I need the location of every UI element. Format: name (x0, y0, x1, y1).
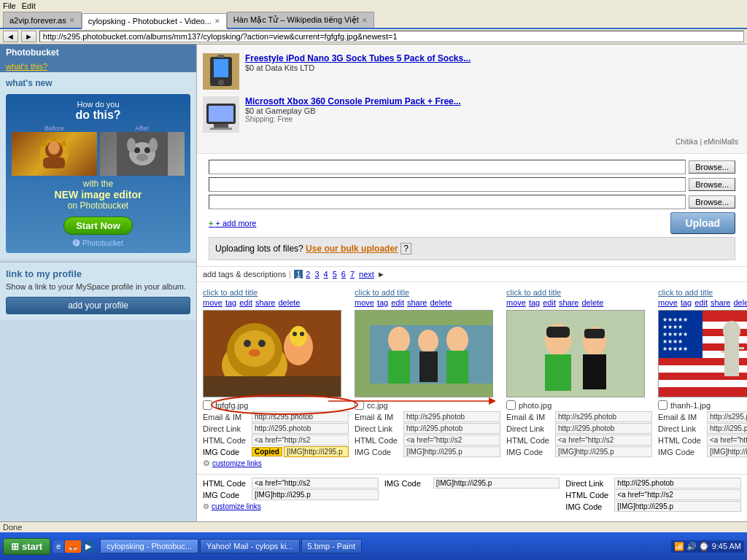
forward-button[interactable]: ► (21, 31, 36, 42)
direct-link-value-0[interactable]: http://i295.photob (252, 423, 349, 434)
img-code-value-0[interactable]: [IMG]http://i295.p (284, 446, 349, 457)
photo-title-0[interactable]: click to add title (203, 288, 349, 297)
edit-link-1[interactable]: edit (391, 298, 404, 307)
menu-file[interactable]: File (3, 1, 16, 10)
add-more-link[interactable]: + + add more (209, 219, 256, 228)
media-icon[interactable]: ▶ (82, 540, 94, 553)
close-tab-photobucket[interactable]: ✕ (214, 18, 220, 25)
upload-input-2[interactable] (209, 177, 686, 192)
page-2[interactable]: 2 (304, 270, 311, 279)
photo-img-0[interactable] (203, 310, 341, 397)
img-code-value-2[interactable]: [IMG]http://i295.p (555, 446, 652, 457)
tab-a2vip[interactable]: a2vip.forever.as ✕ (3, 12, 82, 28)
delete-link-1[interactable]: delete (430, 298, 452, 307)
start-button[interactable]: ⊞ start (3, 538, 50, 555)
ie-icon[interactable]: e (53, 540, 63, 553)
ad-title-0[interactable]: Freestyle iPod Nano 3G Sock Tubes 5 Pack… (245, 53, 471, 63)
taskbar-paint[interactable]: 5.bmp - Paint (301, 539, 362, 553)
bottom-customize-link-0[interactable]: customize links (212, 502, 261, 510)
bottom-img-value-2[interactable]: [IMG]http://i295.p (614, 501, 741, 512)
photo-title-2[interactable]: click to add title (506, 288, 652, 297)
html-code-value-0[interactable]: <a href="http://s2 (252, 435, 349, 446)
delete-link-0[interactable]: delete (278, 298, 300, 307)
ad-title-1[interactable]: Microsoft Xbox 360 Console Premium Pack … (245, 96, 461, 106)
email-im-value-2[interactable]: http://s295.photob (555, 411, 652, 422)
photo-img-2[interactable] (506, 310, 645, 397)
photo-img-1[interactable] (355, 310, 493, 397)
page-7[interactable]: 7 (349, 270, 356, 279)
move-link-3[interactable]: move (658, 298, 678, 307)
email-im-value-0[interactable]: http://s295.photob (252, 411, 349, 422)
add-profile-button[interactable]: add your profile (6, 297, 190, 314)
upload-button[interactable]: Upload (670, 212, 735, 234)
direct-link-value-3[interactable]: http://i295.pho (707, 423, 747, 434)
page-5[interactable]: 5 (331, 270, 338, 279)
taskbar-yahoo[interactable]: Yahoo! Mail - cylops ki... (200, 539, 299, 553)
img-code-value-1[interactable]: [IMG]http://i295.p (403, 446, 500, 457)
menu-edit[interactable]: Edit (22, 1, 36, 10)
tag-link-3[interactable]: tag (681, 298, 692, 307)
edit-link-0[interactable]: edit (239, 298, 252, 307)
upload-input-1[interactable] (209, 160, 686, 174)
bulk-icon[interactable]: ? (400, 243, 411, 254)
direct-link-value-1[interactable]: http://i295.photob (403, 423, 500, 434)
browse-button-2[interactable]: Browse... (689, 178, 735, 191)
share-link-1[interactable]: share (407, 298, 427, 307)
bottom-html-value-2[interactable]: <a href="http://s2 (614, 489, 741, 500)
share-link-3[interactable]: share (711, 298, 731, 307)
page-next[interactable]: next (357, 270, 376, 279)
delete-link-2[interactable]: delete (581, 298, 603, 307)
bulk-link[interactable]: Use our bulk uploader (306, 244, 398, 254)
page-6[interactable]: 6 (340, 270, 347, 279)
taskbar-photobucket[interactable]: cylopsking - Photobuc... (100, 539, 198, 553)
html-code-value-2[interactable]: <a href="http://s2 (555, 435, 652, 446)
ad-emini[interactable]: eMiniMalls (704, 138, 738, 146)
delete-link-3[interactable]: delete (733, 298, 747, 307)
share-link-2[interactable]: share (559, 298, 579, 307)
bottom-img-label-1: IMG Code (384, 479, 432, 488)
edit-link-3[interactable]: edit (694, 298, 708, 307)
upload-input-3[interactable] (209, 195, 686, 209)
photo-title-3[interactable]: click to add title (658, 288, 747, 297)
browse-button-3[interactable]: Browse... (689, 195, 735, 209)
whats-this-link[interactable]: what's this? (0, 61, 196, 72)
share-link-0[interactable]: share (255, 298, 276, 307)
tag-link-0[interactable]: tag (225, 298, 236, 307)
back-button[interactable]: ◄ (3, 31, 18, 42)
html-code-value-3[interactable]: <a href="htt (707, 435, 747, 446)
direct-link-value-2[interactable]: http://i295.photob (555, 423, 652, 434)
close-tab-wikipedia[interactable]: ✕ (362, 17, 368, 24)
move-link-1[interactable]: move (355, 298, 374, 307)
tag-link-1[interactable]: tag (377, 298, 388, 307)
page-4[interactable]: 4 (322, 270, 330, 279)
tag-link-2[interactable]: tag (529, 298, 540, 307)
img-code-value-3[interactable]: [IMG]http://i (707, 446, 747, 457)
page-3[interactable]: 3 (313, 270, 320, 279)
select-photo-0[interactable] (203, 400, 212, 410)
photo-img-3[interactable]: ★★★★★ ★★★★ ★★★★★ ★★★★ ★★★★★ (658, 310, 747, 397)
browse-button-1[interactable]: Browse... (689, 160, 735, 174)
html-code-value-1[interactable]: <a href="http://s2 (403, 435, 500, 446)
email-im-value-3[interactable]: http://s295.pho (707, 411, 747, 422)
bottom-img-value-0[interactable]: [IMG]http://i295.p (252, 489, 379, 500)
edit-link-2[interactable]: edit (543, 298, 556, 307)
tab-photobucket[interactable]: cylopsking - Photobucket - Video... ✕ (82, 13, 227, 29)
close-tab-a2vip[interactable]: ✕ (69, 17, 75, 24)
select-photo-1[interactable] (355, 400, 364, 410)
move-link-2[interactable]: move (506, 298, 526, 307)
photo-title-1[interactable]: click to add title (355, 288, 500, 297)
bottom-html-value[interactable]: <a href="http://s2 (252, 478, 379, 489)
bottom-img-value-1[interactable]: [IMG]http://i295.p (433, 478, 560, 489)
page-1[interactable]: 1 (294, 270, 303, 279)
start-now-button[interactable]: Start Now (63, 217, 133, 235)
ad-chitika[interactable]: Chitika (676, 138, 698, 146)
select-photo-2[interactable] (506, 400, 516, 410)
move-link-0[interactable]: move (203, 298, 222, 307)
email-im-value-1[interactable]: http://s295.photob (403, 411, 500, 422)
tab-wikipedia[interactable]: Hàn Mặc Tử – Wikipedia tiếng Việt ✕ (227, 12, 374, 28)
address-bar[interactable] (39, 31, 744, 42)
select-photo-3[interactable] (658, 400, 667, 410)
customize-link-0[interactable]: customize links (212, 459, 262, 467)
bottom-direct-value[interactable]: http://i295.photob (614, 478, 741, 489)
firefox-icon[interactable]: 🦊 (65, 540, 81, 553)
